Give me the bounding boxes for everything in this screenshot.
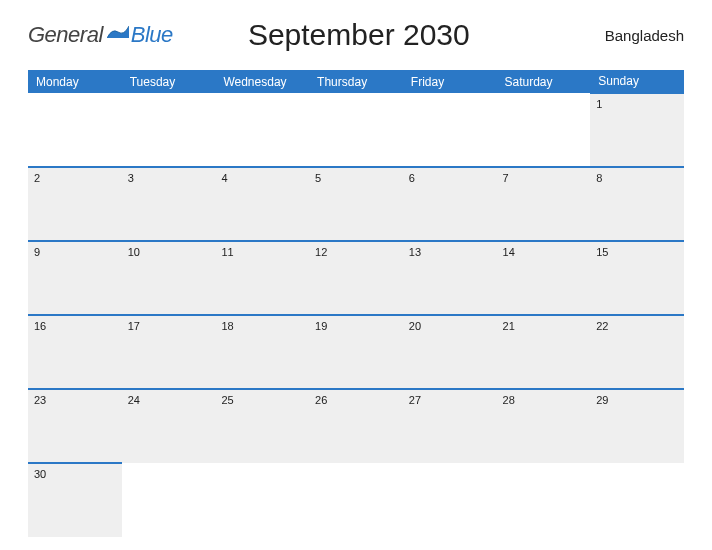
weekday-header: Monday — [28, 70, 122, 93]
calendar-day-cell — [590, 463, 684, 537]
calendar-day-cell: 22 — [590, 315, 684, 389]
weekday-header: Tuesday — [122, 70, 216, 93]
calendar-day-cell — [28, 93, 122, 167]
calendar-week-row: 30 — [28, 463, 684, 537]
calendar-day-cell: 26 — [309, 389, 403, 463]
calendar-day-cell: 25 — [215, 389, 309, 463]
weekday-header: Wednesday — [215, 70, 309, 93]
weekday-header: Saturday — [497, 70, 591, 93]
calendar-week-row: 9101112131415 — [28, 241, 684, 315]
calendar-week-row: 23242526272829 — [28, 389, 684, 463]
calendar-day-cell: 27 — [403, 389, 497, 463]
calendar-day-cell: 15 — [590, 241, 684, 315]
calendar-day-cell: 28 — [497, 389, 591, 463]
calendar-title: September 2030 — [113, 18, 605, 52]
calendar-day-cell: 24 — [122, 389, 216, 463]
calendar-day-cell — [497, 463, 591, 537]
calendar-day-cell: 13 — [403, 241, 497, 315]
calendar-day-cell: 16 — [28, 315, 122, 389]
calendar-day-cell: 29 — [590, 389, 684, 463]
calendar-day-cell — [309, 463, 403, 537]
weekday-header: Thursday — [309, 70, 403, 93]
calendar-day-cell: 30 — [28, 463, 122, 537]
calendar-day-cell: 4 — [215, 167, 309, 241]
calendar-day-cell: 19 — [309, 315, 403, 389]
calendar-day-cell: 9 — [28, 241, 122, 315]
calendar-day-cell: 7 — [497, 167, 591, 241]
calendar-header: General Blue September 2030 Bangladesh — [28, 18, 684, 52]
calendar-day-cell: 3 — [122, 167, 216, 241]
calendar-body: 1234567891011121314151617181920212223242… — [28, 93, 684, 537]
calendar-day-cell: 17 — [122, 315, 216, 389]
calendar-day-cell: 6 — [403, 167, 497, 241]
logo-text-general: General — [28, 22, 103, 48]
weekday-header-row: Monday Tuesday Wednesday Thursday Friday… — [28, 70, 684, 93]
calendar-day-cell — [403, 463, 497, 537]
country-label: Bangladesh — [605, 27, 684, 44]
calendar-day-cell: 11 — [215, 241, 309, 315]
calendar-day-cell: 18 — [215, 315, 309, 389]
calendar-day-cell: 5 — [309, 167, 403, 241]
calendar-day-cell — [215, 463, 309, 537]
calendar-day-cell: 12 — [309, 241, 403, 315]
weekday-header: Sunday — [590, 70, 684, 93]
calendar-week-row: 16171819202122 — [28, 315, 684, 389]
calendar-day-cell: 21 — [497, 315, 591, 389]
calendar-day-cell — [122, 463, 216, 537]
calendar-week-row: 1 — [28, 93, 684, 167]
calendar-day-cell: 2 — [28, 167, 122, 241]
calendar-day-cell — [309, 93, 403, 167]
calendar-day-cell: 8 — [590, 167, 684, 241]
calendar-grid: Monday Tuesday Wednesday Thursday Friday… — [28, 70, 684, 537]
calendar-day-cell: 10 — [122, 241, 216, 315]
calendar-day-cell: 14 — [497, 241, 591, 315]
calendar-day-cell: 23 — [28, 389, 122, 463]
weekday-header: Friday — [403, 70, 497, 93]
calendar-day-cell — [122, 93, 216, 167]
calendar-day-cell: 1 — [590, 93, 684, 167]
calendar-day-cell — [215, 93, 309, 167]
calendar-day-cell — [403, 93, 497, 167]
calendar-day-cell — [497, 93, 591, 167]
calendar-day-cell: 20 — [403, 315, 497, 389]
calendar-week-row: 2345678 — [28, 167, 684, 241]
